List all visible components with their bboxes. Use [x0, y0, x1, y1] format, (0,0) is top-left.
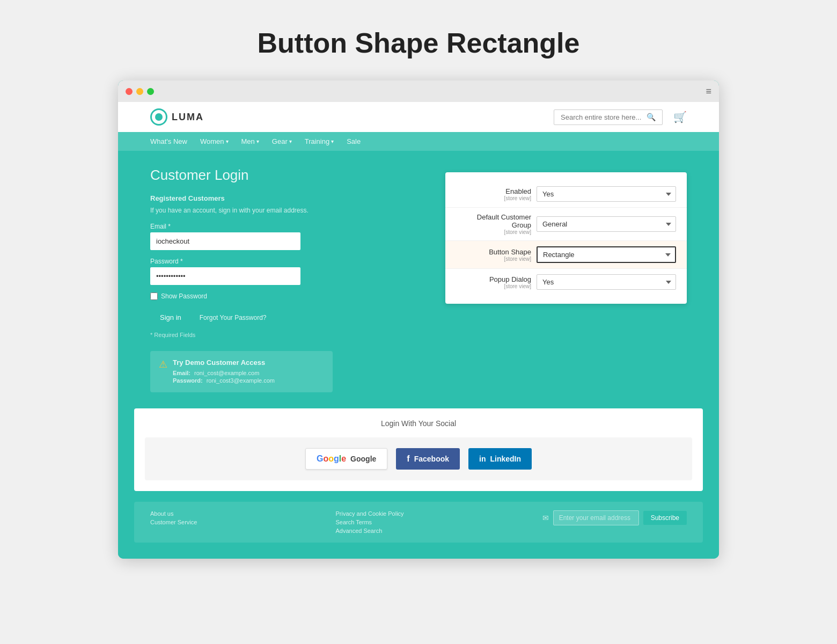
store-nav: What's New Women ▾ Men ▾ Gear ▾ Training… [118, 132, 719, 151]
page-title: Button Shape Rectangle [258, 27, 580, 59]
config-row-popup: Popup Dialog [store view] Yes No [445, 269, 687, 295]
required-fields-note: * Required Fields [150, 332, 424, 338]
chevron-down-icon: ▾ [256, 138, 259, 144]
cart-icon[interactable]: 🛒 [673, 111, 687, 123]
nav-item-gear[interactable]: Gear ▾ [272, 137, 292, 145]
show-password-label: Show Password [161, 292, 207, 300]
show-password-checkbox[interactable] [150, 292, 158, 300]
logo-icon [150, 108, 167, 126]
facebook-icon: f [407, 454, 409, 464]
login-section: Customer Login Registered Customers If y… [150, 167, 424, 392]
config-shape-sublabel: [store view] [456, 256, 531, 262]
demo-box: ⚠ Try Demo Customer Access Email: roni_c… [150, 351, 333, 392]
password-label: Password * [150, 258, 424, 265]
nav-item-sale[interactable]: Sale [347, 137, 361, 145]
logo-text: LUMA [172, 112, 204, 123]
email-form-group: Email * [150, 223, 424, 250]
login-description: If you have an account, sign in with you… [150, 207, 424, 214]
email-field[interactable] [150, 232, 300, 250]
subscribe-button[interactable]: Subscribe [643, 511, 687, 525]
main-area: Customer Login Registered Customers If y… [118, 151, 719, 408]
browser-content: LUMA 🔍 🛒 What's New Women ▾ Men ▾ [118, 102, 719, 559]
config-enabled-sublabel: [store view] [456, 195, 531, 201]
chevron-down-icon: ▾ [331, 138, 334, 144]
store-footer: About us Customer Service Privacy and Co… [134, 502, 703, 543]
linkedin-icon: in [479, 455, 486, 463]
social-login-section: Login With Your Social Google Google f F… [134, 408, 703, 491]
chevron-down-icon: ▾ [289, 138, 292, 144]
footer-service-link[interactable]: Customer Service [150, 519, 197, 525]
config-group-sublabel: [store view] [456, 229, 531, 235]
search-button[interactable]: 🔍 [644, 113, 658, 121]
sign-in-button[interactable]: Sign in [150, 309, 191, 326]
config-row-enabled: Enabled [store view] Yes No [445, 181, 687, 208]
config-popup-label: Popup Dialog [456, 275, 531, 283]
nav-item-women[interactable]: Women ▾ [200, 137, 229, 145]
config-shape-select[interactable]: Rectangle Rounded Pill [537, 246, 676, 263]
login-title: Customer Login [150, 167, 424, 184]
login-buttons-row: Sign in Forgot Your Password? [150, 309, 424, 326]
footer-search-terms-link[interactable]: Search Terms [335, 519, 403, 525]
browser-lines-icon: ≡ [706, 86, 711, 97]
registered-customers-label: Registered Customers [150, 194, 424, 202]
store-search: 🔍 [554, 109, 663, 125]
show-password-row: Show Password [150, 292, 424, 300]
config-enabled-label: Enabled [456, 187, 531, 195]
browser-window: ≡ LUMA 🔍 🛒 What's New [118, 80, 719, 559]
footer-col-about: About us Customer Service [150, 510, 197, 525]
config-popup-select[interactable]: Yes No [537, 274, 676, 290]
footer-newsletter: ✉ Subscribe [542, 510, 687, 525]
footer-about-link[interactable]: About us [150, 510, 197, 517]
browser-dot-red[interactable] [126, 88, 133, 95]
config-group-label: Default Customer Group [456, 213, 531, 229]
browser-dot-green[interactable] [147, 88, 154, 95]
store-logo: LUMA [150, 108, 204, 126]
password-form-group: Password * [150, 258, 424, 285]
google-label: Google [350, 455, 376, 463]
browser-titlebar: ≡ [118, 80, 719, 102]
search-input[interactable] [559, 112, 644, 122]
linkedin-label: LinkedIn [490, 455, 521, 463]
nav-item-training[interactable]: Training ▾ [305, 137, 334, 145]
store-header: LUMA 🔍 🛒 [118, 102, 719, 132]
config-panel: Enabled [store view] Yes No Default Cust… [445, 172, 687, 304]
footer-col-policy: Privacy and Cookie Policy Search Terms A… [335, 510, 403, 534]
forgot-password-link[interactable]: Forgot Your Password? [200, 314, 267, 321]
google-login-button[interactable]: Google Google [305, 448, 387, 470]
facebook-login-button[interactable]: f Facebook [396, 448, 460, 470]
browser-dot-yellow[interactable] [136, 88, 143, 95]
email-label: Email * [150, 223, 424, 230]
config-popup-sublabel: [store view] [456, 283, 531, 289]
nav-item-whats-new[interactable]: What's New [150, 137, 187, 145]
social-login-title: Login With Your Social [145, 419, 692, 428]
logo-inner-circle [155, 113, 163, 121]
footer-privacy-link[interactable]: Privacy and Cookie Policy [335, 510, 403, 517]
nav-item-men[interactable]: Men ▾ [241, 137, 259, 145]
demo-email-row: Email: roni_cost@example.com [173, 370, 275, 376]
chevron-down-icon: ▾ [226, 138, 229, 144]
social-buttons-area: Google Google f Facebook in LinkedIn [145, 437, 692, 480]
config-group-select[interactable]: General Wholesale Retailer [537, 216, 676, 232]
config-row-button-shape: Button Shape [store view] Rectangle Roun… [445, 241, 687, 269]
config-row-customer-group: Default Customer Group [store view] Gene… [445, 208, 687, 241]
footer-advanced-search-link[interactable]: Advanced Search [335, 528, 403, 534]
demo-title: Try Demo Customer Access [173, 358, 275, 367]
google-icon: Google [317, 454, 346, 464]
store-header-right: 🔍 🛒 [554, 109, 687, 125]
password-field[interactable] [150, 267, 300, 285]
config-enabled-select[interactable]: Yes No [537, 186, 676, 202]
linkedin-login-button[interactable]: in LinkedIn [468, 448, 532, 470]
email-icon: ✉ [542, 514, 549, 522]
facebook-label: Facebook [414, 455, 449, 463]
warning-icon: ⚠ [159, 358, 167, 370]
demo-password-row: Password: roni_cost3@example.com [173, 377, 275, 384]
demo-content: Try Demo Customer Access Email: roni_cos… [173, 358, 275, 385]
newsletter-email-input[interactable] [553, 510, 639, 525]
config-shape-label: Button Shape [456, 248, 531, 256]
